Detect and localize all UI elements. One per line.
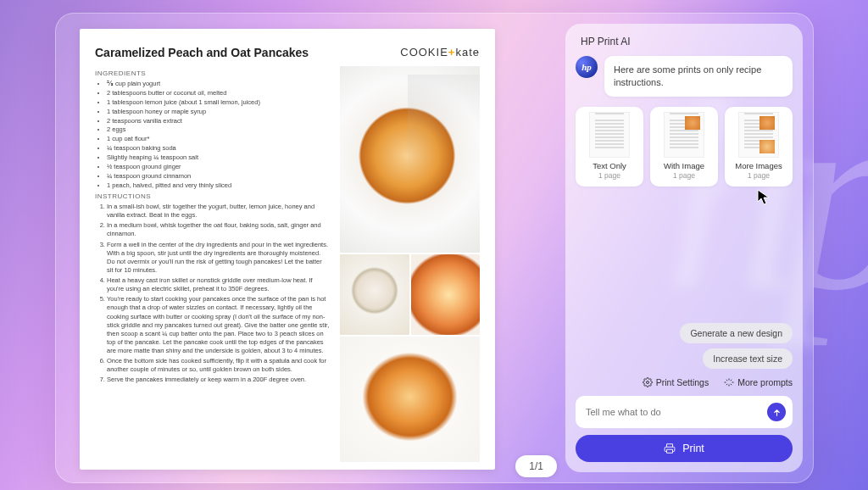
layout-card-label: More Images (728, 161, 789, 170)
chip-generate-design[interactable]: Generate a new design (680, 323, 793, 343)
document-brand: COOKIE+kate (400, 46, 480, 59)
sparkle-icon (724, 377, 734, 387)
instruction-step: You're ready to start cooking your panca… (107, 295, 330, 355)
ingredient-item: 1 peach, halved, pitted and very thinly … (107, 181, 330, 189)
layout-card-row: Text Only 1 page With Image 1 page More … (576, 107, 793, 187)
instruction-step: Form a well in the center of the dry ing… (107, 241, 330, 276)
layout-thumb (664, 112, 704, 158)
layout-card-text-only[interactable]: Text Only 1 page (576, 107, 643, 187)
layout-card-label: With Image (654, 161, 715, 170)
ingredients-list: ⅔ cup plain yogurt 2 tablespoons butter … (95, 80, 330, 189)
ingredients-heading: INGREDIENTS (95, 70, 330, 77)
suggestion-chips: Generate a new design Increase text size (576, 323, 793, 369)
print-settings-link[interactable]: Print Settings (643, 377, 709, 387)
recipe-photo-bowl (340, 254, 409, 335)
ingredient-item: 1 tablespoon lemon juice (about 1 small … (107, 98, 330, 106)
prompt-input[interactable] (586, 407, 767, 417)
ingredient-item: ½ teaspoon ground ginger (107, 163, 330, 170)
recipe-photo-wide (340, 337, 480, 462)
recipe-photo-main (340, 66, 480, 253)
document-title: Caramelized Peach and Oat Pancakes (95, 46, 309, 59)
svg-point-0 (646, 381, 648, 384)
ai-message-row: hp Here are some prints on only recipe i… (576, 56, 793, 97)
gear-icon (643, 377, 653, 387)
ingredient-item: ¼ teaspoon baking soda (107, 144, 330, 152)
document-page: Caramelized Peach and Oat Pancakes COOKI… (80, 29, 495, 470)
ai-panel-title: HP Print AI (581, 36, 793, 47)
ingredient-item: ¼ teaspoon ground cinnamon (107, 172, 330, 180)
print-button[interactable]: Print (576, 435, 793, 462)
instruction-step: In a medium bowl, whisk together the oat… (107, 221, 330, 238)
prompt-input-row (576, 396, 793, 428)
instruction-step: Heat a heavy cast iron skillet or nonsti… (107, 276, 330, 293)
layout-card-pagecount: 1 page (654, 171, 715, 180)
more-prompts-link[interactable]: More prompts (724, 377, 793, 387)
document-image-column (340, 66, 480, 462)
instruction-step: In a small-ish bowl, stir together the y… (107, 203, 330, 220)
layout-card-with-image[interactable]: With Image 1 page (650, 107, 718, 187)
instruction-step: Serve the pancakes immediately or keep w… (107, 376, 330, 384)
ingredient-item: ⅔ cup plain yogurt (107, 80, 330, 87)
layout-thumb (738, 112, 779, 158)
instruction-step: Once the bottom side has cooked sufficie… (107, 357, 330, 374)
ingredient-item: 2 teaspoons vanilla extract (107, 117, 330, 125)
arrow-up-icon (772, 408, 782, 417)
layout-card-more-images[interactable]: More Images 1 page (725, 107, 793, 187)
ai-panel: HP Print AI hp Here are some prints on o… (565, 24, 803, 472)
hp-avatar-icon: hp (576, 56, 598, 78)
app-window: Caramelized Peach and Oat Pancakes COOKI… (55, 13, 814, 483)
ai-message-bubble: Here are some prints on only recipe inst… (604, 56, 793, 97)
recipe-photo-peach (411, 254, 481, 335)
chip-increase-text[interactable]: Increase text size (703, 348, 793, 369)
layout-card-label: Text Only (579, 161, 640, 170)
send-button[interactable] (767, 403, 786, 421)
layout-card-pagecount: 1 page (728, 171, 789, 180)
document-text-column: INGREDIENTS ⅔ cup plain yogurt 2 tablesp… (95, 66, 330, 462)
layout-card-pagecount: 1 page (579, 171, 640, 180)
instructions-list: In a small-ish bowl, stir together the y… (95, 203, 330, 385)
ingredient-item: 1 cup oat flour* (107, 135, 330, 142)
ingredient-item: 1 tablespoon honey or maple syrup (107, 108, 330, 115)
ingredient-item: Slightly heaping ¼ teaspoon salt (107, 153, 330, 161)
instructions-heading: INSTRUCTIONS (95, 192, 330, 200)
ingredient-item: 2 eggs (107, 125, 330, 133)
print-icon (664, 443, 676, 454)
layout-thumb (589, 112, 630, 158)
ingredient-item: 2 tablespoons butter or coconut oil, mel… (107, 89, 330, 97)
page-counter: 1/1 (515, 455, 557, 477)
document-preview-pane: Caramelized Peach and Oat Pancakes COOKI… (56, 14, 565, 482)
